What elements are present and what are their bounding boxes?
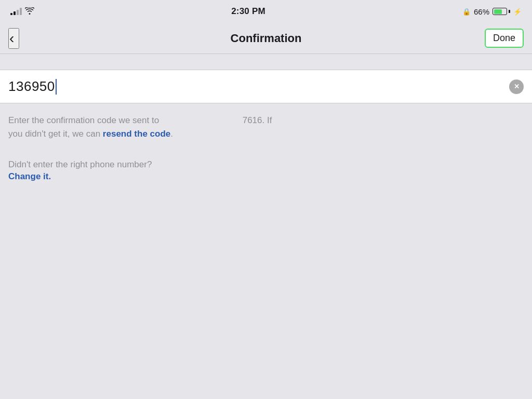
nav-bar: ‹ Confirmation Done bbox=[0, 23, 532, 54]
change-link[interactable]: Change it. bbox=[8, 171, 51, 181]
wifi-icon bbox=[25, 7, 34, 16]
code-value: 136950 bbox=[8, 78, 55, 95]
info-text: Enter the confirmation code we sent to 7… bbox=[8, 114, 524, 140]
bolt-icon: ⚡ bbox=[513, 8, 522, 16]
spacer-top bbox=[0, 54, 532, 70]
code-input-wrapper[interactable]: 136950 bbox=[8, 78, 509, 95]
status-left bbox=[10, 7, 34, 16]
battery-percent: 66% bbox=[474, 7, 489, 16]
status-right: 🔒 66% ⚡ bbox=[462, 7, 522, 16]
done-button[interactable]: Done bbox=[485, 29, 524, 48]
text-cursor bbox=[56, 79, 57, 95]
change-section: Didn't enter the right phone number? Cha… bbox=[0, 148, 532, 187]
clock: 2:30 PM bbox=[231, 6, 265, 17]
info-text-middle: you didn't get it, we can bbox=[8, 129, 103, 139]
info-period: . bbox=[170, 129, 173, 139]
info-text-main: Enter the confirmation code we sent to bbox=[8, 115, 159, 125]
battery-icon bbox=[493, 8, 510, 15]
clear-button[interactable] bbox=[509, 79, 524, 94]
resend-link[interactable]: resend the code bbox=[103, 129, 170, 139]
code-input-section: 136950 bbox=[0, 70, 532, 103]
signal-icon bbox=[10, 8, 22, 15]
page-title: Confirmation bbox=[231, 32, 302, 45]
change-question-text: Didn't enter the right phone number? bbox=[8, 158, 524, 171]
lock-icon: 🔒 bbox=[462, 8, 471, 16]
back-button[interactable]: ‹ bbox=[8, 28, 19, 49]
status-bar: 2:30 PM 🔒 66% ⚡ bbox=[0, 0, 532, 23]
info-section: Enter the confirmation code we sent to 7… bbox=[0, 103, 532, 148]
info-text-phone-fragment: 7616. If bbox=[243, 115, 272, 125]
